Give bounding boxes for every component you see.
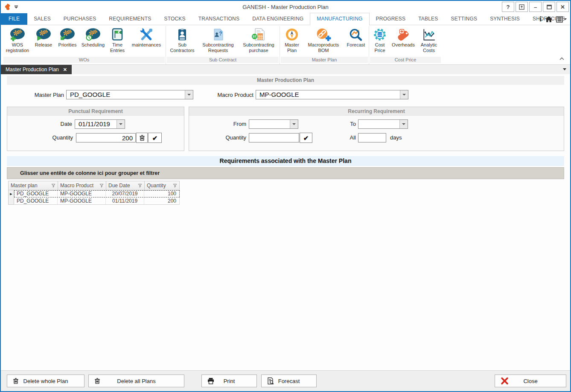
ribbon-button-maintenances[interactable]: maintenances	[128, 26, 165, 48]
date-dropdown-icon[interactable]	[117, 120, 125, 128]
grid-group-by-bar[interactable]: Glisser une entête de colonne ici pour g…	[7, 167, 564, 179]
menu-tab-manufacturing[interactable]: MANUFACTURING	[310, 13, 369, 25]
ribbon-button-master-plan[interactable]: Master Plan	[281, 26, 303, 53]
table-row[interactable]: ▶ PD_GOOGLE MP-GOOGLE 20/07/2019 100	[8, 190, 180, 197]
ribbon-button-label: WOS registration	[3, 42, 32, 53]
cost-price-icon	[373, 27, 387, 42]
ribbon-button-scheduling[interactable]: Scheduling	[79, 26, 107, 48]
recurring-requirement-group: Recurring Requirement From To Quantity	[189, 107, 564, 151]
from-combobox[interactable]	[249, 119, 298, 129]
sub-contractors-icon	[175, 27, 189, 42]
menu-tab-progress[interactable]: PROGRESS	[370, 13, 412, 25]
menu-tab-settings[interactable]: SETTINGS	[445, 13, 484, 25]
menu-tab-stocks[interactable]: STOCKS	[157, 13, 192, 25]
from-dropdown-icon[interactable]	[290, 120, 298, 128]
svg-text:ST: ST	[253, 35, 256, 38]
delete-all-plans-button[interactable]: Delete all Plans	[88, 375, 184, 387]
ribbon-button-cost-price[interactable]: Cost Price	[370, 26, 390, 53]
all-days-input[interactable]	[358, 133, 386, 142]
ribbon-button-label: Subcontracting purchase	[239, 42, 279, 53]
ribbon-button-subcontracting-requests[interactable]: ? Subcontracting Requests	[198, 26, 239, 53]
close-button[interactable]: Close	[495, 375, 566, 387]
priorities-icon	[60, 27, 75, 42]
delete-whole-plan-button[interactable]: Delete whole Plan	[7, 375, 84, 387]
info-icon[interactable]: i	[540, 16, 542, 23]
button-label: Delete all Plans	[89, 378, 184, 384]
check-icon: ✔	[152, 135, 158, 141]
calculator-menu[interactable]	[556, 16, 567, 23]
macro-product-dropdown-icon[interactable]	[400, 90, 408, 99]
ribbon-group-label-master-plan: Master Plan	[281, 57, 368, 63]
punctual-validate-button[interactable]: ✔	[148, 133, 162, 143]
popout-button[interactable]	[516, 2, 528, 12]
to-dropdown-icon[interactable]	[399, 120, 408, 128]
ribbon-button-macroproducts-bom[interactable]: Macroproducts BOM	[303, 26, 344, 53]
recurring-validate-button[interactable]: ✔	[300, 133, 312, 143]
quick-access-toolbar-caret[interactable]	[15, 6, 18, 9]
column-header-quantity[interactable]: Quantity	[145, 181, 179, 190]
home-icon[interactable]	[545, 16, 552, 22]
column-header-due-date[interactable]: Due Date	[106, 181, 145, 190]
master-plan-value: PD_GOOGLE	[67, 90, 185, 99]
menu-tab-data-engineering[interactable]: DATA ENGINEERING	[246, 13, 310, 25]
ribbon-button-label: Scheduling	[82, 42, 105, 48]
time-entries-icon	[111, 27, 124, 42]
menu-tab-requirements[interactable]: REQUIREMENTS	[102, 13, 157, 25]
document-tab-master-production-plan[interactable]: Master Production Plan ✕	[1, 65, 72, 74]
date-combobox[interactable]: 01/11/2019	[75, 119, 125, 129]
filter-icon[interactable]	[99, 183, 104, 188]
minimize-button[interactable]: –	[529, 2, 542, 12]
ribbon-button-wos-registration[interactable]: WOS registration	[3, 26, 32, 53]
ribbon-button-priorities[interactable]: Priorities	[55, 26, 79, 48]
ribbon-button-release[interactable]: Release	[32, 26, 55, 48]
filter-icon[interactable]	[51, 183, 55, 188]
menu-tab-sales[interactable]: SALES	[27, 13, 57, 25]
calculator-caret-icon	[564, 18, 567, 20]
document-tab-strip: Master Production Plan ✕	[1, 65, 570, 74]
ribbon-button-subcontracting-purchase[interactable]: ST Subcontracting purchase	[239, 26, 279, 53]
recurring-quantity-input[interactable]	[249, 133, 299, 142]
ribbon-collapse-button[interactable]	[559, 54, 564, 62]
punctual-delete-button[interactable]	[136, 133, 148, 143]
to-combobox[interactable]	[358, 119, 408, 129]
ribbon-button-forecast[interactable]: Forecast	[344, 26, 368, 48]
menu-tab-purchases[interactable]: PURCHASES	[57, 13, 102, 25]
macro-product-combobox[interactable]: MP-GOOGLE	[256, 90, 408, 99]
ribbon-button-sub-contractors[interactable]: Sub Contractors	[167, 26, 198, 53]
master-plan-combobox[interactable]: PD_GOOGLE	[66, 90, 193, 99]
title-bar: GANESH - Master Production Plan ? – ✕	[1, 1, 570, 13]
ribbon-button-overheads[interactable]: Overheads	[390, 26, 417, 48]
maximize-icon	[547, 5, 552, 9]
ribbon-button-label: Priorities	[58, 42, 77, 48]
menu-tab-synthesis[interactable]: SYNTHESIS	[484, 13, 526, 25]
punctual-requirement-group: Punctual Requirement Date 01/11/2019 Qua…	[7, 107, 184, 151]
punctual-quantity-input[interactable]	[76, 133, 136, 142]
print-button[interactable]: Print	[201, 375, 257, 387]
close-window-button[interactable]: ✕	[556, 2, 569, 12]
menu-tab-tables[interactable]: TABLES	[412, 13, 444, 25]
ribbon-button-label: Time Entries	[107, 42, 128, 53]
ribbon-button-analytic-costs[interactable]: Analytic Costs	[417, 26, 441, 53]
requirements-section-title: Requirements associated with the Master …	[7, 156, 564, 166]
cell-macro-product: MP-GOOGLE	[58, 190, 106, 197]
forecast-button[interactable]: Forecast	[261, 375, 317, 387]
filter-icon[interactable]	[173, 183, 177, 188]
menu-tab-file[interactable]: FILE	[1, 13, 27, 25]
cell-due-date: 20/07/2019	[106, 190, 144, 197]
document-tab-close-icon[interactable]: ✕	[63, 67, 67, 73]
app-logo-icon	[4, 3, 11, 11]
ribbon-group-label-cost-price: Cost Price	[370, 57, 441, 63]
ribbon-button-label: maintenances	[132, 42, 161, 48]
help-button[interactable]: ?	[502, 2, 514, 12]
ribbon-button-time-entries[interactable]: Time Entries	[107, 26, 128, 53]
master-plan-dropdown-icon[interactable]	[185, 90, 193, 99]
tab-list-dropdown-icon[interactable]	[563, 68, 566, 70]
filter-icon[interactable]	[138, 183, 142, 188]
menu-right-icons: i	[540, 16, 567, 23]
maximize-button[interactable]	[543, 2, 555, 12]
from-label: From	[189, 121, 246, 127]
menu-tab-transactions[interactable]: TRANSACTIONS	[192, 13, 246, 25]
column-header-macro-product[interactable]: Macro Product	[58, 181, 106, 190]
table-row[interactable]: PD_GOOGLE MP-GOOGLE 01/11/2019 200	[8, 197, 180, 205]
column-header-master-plan[interactable]: Master plan	[9, 181, 58, 190]
